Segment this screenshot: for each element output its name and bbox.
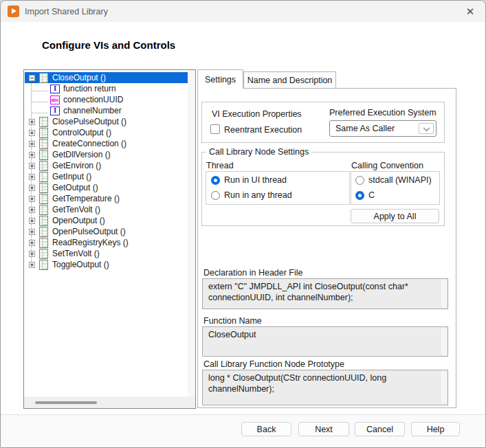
expand-icon[interactable] [29,262,35,268]
vi-function-icon [39,183,48,193]
calling-convention-label: Calling Convention [351,161,423,170]
tree-param-connectionuuid[interactable]: abc connectionUUID [25,94,188,105]
prototype-label: Call Library Function Node Prototype [203,359,344,369]
expand-icon[interactable] [29,251,35,257]
function-name-textbox[interactable]: CloseOutput [202,326,448,357]
vi-function-icon [39,172,48,182]
expand-icon[interactable] [29,196,35,202]
radio-run-in-ui-thread[interactable]: Run in UI thread [211,175,287,185]
preferred-execution-system-dropdown[interactable]: Same As Caller [329,120,437,137]
expand-icon[interactable] [29,174,35,180]
tree-item-gettemperature[interactable]: GetTemperature () [25,193,188,204]
window-title: Import Shared Library [25,7,108,16]
expand-icon[interactable] [29,152,35,158]
scrollbar-thumb[interactable] [35,401,97,404]
radio-unselected-icon[interactable] [355,176,364,185]
vi-function-icon [39,139,48,149]
tree-item-settenvolt[interactable]: SetTenVolt () [25,248,188,259]
chevron-down-icon[interactable] [419,123,434,134]
vi-function-icon [39,216,48,226]
tree-item-toggleoutput[interactable]: ToggleOutput () [25,259,188,270]
radio-label: stdcall (WINAPI) [368,175,432,185]
tree-item-createconnection[interactable]: CreateConnection () [25,138,188,149]
collapse-icon[interactable] [29,75,35,81]
tree-item-label: function return [63,84,116,93]
tree-item-getinput[interactable]: GetInput () [25,171,188,182]
preferred-execution-system-label: Preferred Execution System [329,108,437,117]
radio-c-convention[interactable]: C [355,190,375,200]
vi-function-icon [39,238,48,248]
expand-icon[interactable] [29,163,35,169]
tree-item-closeoutput[interactable]: CloseOutput () [25,72,188,83]
tree-item-closepulseoutput[interactable]: ClosePulseOutput () [25,116,188,127]
tree-item-openoutput[interactable]: OpenOutput () [25,215,188,226]
expand-icon[interactable] [29,229,35,235]
cancel-button[interactable]: Cancel [355,422,405,436]
tree-item-gettenvolt[interactable]: GetTenVolt () [25,204,188,215]
tree-item-label: connectionUUID [63,95,123,104]
radio-run-in-any-thread[interactable]: Run in any thread [211,190,292,200]
vi-function-icon [39,205,48,215]
tree-vertical-scrollbar[interactable] [188,70,195,397]
tree-item-getoutput[interactable]: GetOutput () [25,182,188,193]
footer: Back Next Cancel Help [1,415,486,448]
tree-item-label: ReadRegistryKeys () [52,238,129,247]
vi-function-icon [39,194,48,204]
string-terminal-icon: abc [50,96,60,104]
vi-function-icon [39,161,48,171]
expand-icon[interactable] [29,119,35,125]
vi-function-icon [39,128,48,138]
import-shared-library-dialog: Import Shared Library ✕ Configure VIs an… [0,0,486,448]
expand-icon[interactable] [29,207,35,213]
tab-settings[interactable]: Settings [197,69,243,89]
tree-item-label: channelNumber [63,106,122,115]
int-terminal-icon: I [50,107,60,115]
tree-item-label: GetOutput () [52,183,98,192]
tree-item-label: GetTenVolt () [52,205,100,214]
radio-stdcall-winapi[interactable]: stdcall (WINAPI) [355,175,432,185]
apply-to-all-button[interactable]: Apply to All [351,209,439,223]
expand-icon[interactable] [29,130,35,136]
tree-item-label: OpenPulseOutput () [52,227,126,236]
tree-item-getenviron[interactable]: GetEnviron () [25,160,188,171]
tree-item-label: CreateConnection () [52,139,126,148]
tree-param-channelnumber[interactable]: I channelNumber [25,105,188,116]
prototype-textbox[interactable]: long * CloseOutput(CStr connectionUUID, … [202,370,448,405]
expand-icon[interactable] [29,218,35,224]
vi-function-icon [39,249,48,259]
radio-selected-icon[interactable] [211,176,220,185]
declaration-in-header-file-label: Declaration in Header File [203,268,303,278]
tree-item-label: OpenOutput () [52,216,105,225]
tree-horizontal-scrollbar[interactable] [24,396,195,408]
tree-item-label: GetDllVersion () [52,150,111,159]
back-button[interactable]: Back [241,422,291,436]
call-library-node-settings-title: Call Library Node Settings [206,147,311,157]
tree-item-label: ClosePulseOutput () [52,117,126,126]
expand-icon[interactable] [29,141,35,147]
expand-icon[interactable] [29,185,35,191]
expand-icon[interactable] [29,240,35,246]
tree-param-function-return[interactable]: I function return [25,83,188,94]
tree-item-label: ControlOutput () [52,128,111,137]
vi-function-icon [39,117,48,127]
declaration-textbox[interactable]: extern "C" JMPDLL_API int CloseOutput(co… [202,278,448,309]
tree-item-openpulseoutput[interactable]: OpenPulseOutput () [25,226,188,237]
int-terminal-icon: I [50,85,60,93]
tab-name-and-description[interactable]: Name and Description [243,71,336,88]
tree-item-getdllversion[interactable]: GetDllVersion () [25,149,188,160]
tree-item-controloutput[interactable]: ControlOutput () [25,127,188,138]
tree-item-label: SetTenVolt () [52,249,100,258]
reentrant-execution-label: Reentrant Execution [224,125,302,135]
vi-execution-properties-label: VI Execution Properties [212,109,302,119]
tree-item-label: CloseOutput () [52,73,106,82]
reentrant-execution-checkbox[interactable] [210,124,220,134]
function-name-label: Function Name [203,316,262,326]
help-button[interactable]: Help [411,422,460,436]
radio-selected-icon[interactable] [355,191,364,200]
close-icon[interactable]: ✕ [461,3,480,20]
tree-item-label: GetTemperature () [52,194,120,203]
radio-unselected-icon[interactable] [211,191,220,200]
next-button[interactable]: Next [298,422,349,436]
tree-item-readregistrykeys[interactable]: ReadRegistryKeys () [25,237,188,248]
vi-function-icon [39,73,48,83]
